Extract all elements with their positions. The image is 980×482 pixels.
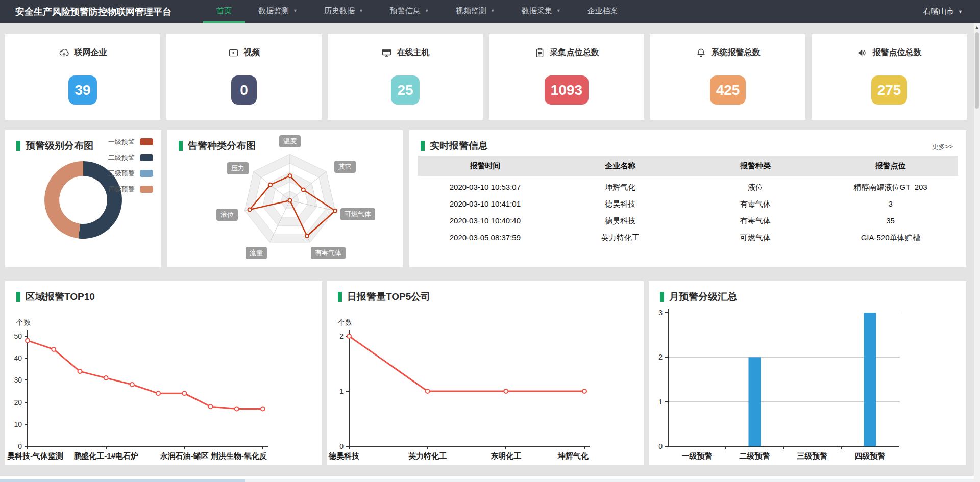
svg-text:个数: 个数 (16, 318, 31, 326)
legend-item-2[interactable]: 三级预警 (108, 169, 153, 178)
video-icon (228, 47, 239, 58)
warning-level-legend: 一级预警二级预警三级预警四级预警 (108, 137, 153, 194)
title-marker (179, 141, 183, 151)
bell-icon (696, 47, 706, 58)
legend-label: 一级预警 (108, 137, 135, 146)
legend-item-3[interactable]: 四级预警 (108, 185, 153, 194)
table-cell: GIA-520单体贮槽 (823, 229, 958, 246)
nav-item-alert-info[interactable]: 预警信息▼ (377, 0, 443, 23)
stat-label: 联网企业 (75, 47, 107, 58)
svg-text:鹏盛化工-1#电石炉: 鹏盛化工-1#电石炉 (73, 451, 138, 460)
legend-item-0[interactable]: 一级预警 (108, 137, 153, 146)
svg-text:三级预警: 三级预警 (797, 451, 828, 460)
region-selector[interactable]: 石嘴山市 ▼ (923, 0, 963, 23)
legend-item-1[interactable]: 二级预警 (108, 153, 153, 162)
alarm-type-title: 告警种类分布图 (179, 139, 256, 153)
stat-value-badge: 39 (68, 75, 96, 105)
stat-card-head: 联网企业 (5, 47, 160, 58)
cloud-upload-icon (59, 47, 69, 58)
more-link[interactable]: 更多>> (932, 142, 953, 151)
table-cell: 液位 (688, 179, 823, 195)
stat-card-head: 视频 (166, 47, 322, 58)
donut-slice-3[interactable] (44, 161, 83, 238)
radar-axis-label-5: 液位 (216, 209, 238, 221)
table-cell: 2020-03-10 10:40:40 (418, 212, 553, 229)
stat-value-badge: 275 (871, 75, 908, 105)
radar-axis-label-4: 流量 (246, 247, 267, 259)
stat-card-3: 采集点位总数1093 (489, 34, 644, 120)
svg-text:昊科技-气体监测: 昊科技-气体监测 (7, 451, 63, 461)
region-top10-title: 区域报警TOP10 (16, 290, 95, 303)
table-header-cell-3: 报警点位 (823, 156, 958, 176)
stat-card-1: 视频0 (166, 34, 322, 120)
vertical-scrollbar[interactable]: ▲ (974, 23, 980, 482)
radar-axis-label-3: 有毒气体 (311, 247, 346, 259)
realtime-alarm-title-text: 实时报警信息 (430, 139, 488, 153)
stat-label: 视频 (244, 47, 260, 58)
stat-label: 系统报警总数 (712, 47, 761, 58)
realtime-alarm-card: 实时报警信息 更多>> 报警时间企业名称报警种类报警点位 2020-03-10 … (409, 130, 966, 267)
nav-item-home[interactable]: 首页 (203, 0, 245, 23)
radar-axis-label-2: 可燃气体 (340, 208, 375, 220)
region-top10-line-chart: 01020304050个数昊科技-气体监测鹏盛化工-1#电石炉永润石油-罐区荆洪… (5, 281, 322, 465)
table-cell: 35 (823, 212, 958, 229)
legend-swatch (140, 154, 153, 161)
radar-axis-label-6: 压力 (227, 162, 249, 174)
svg-text:2: 2 (339, 332, 344, 340)
app-title: 安全生产风险预警防控物联网管理平台 (15, 0, 172, 23)
table-header-cell-0: 报警时间 (418, 156, 553, 176)
region-top10-card: 区域报警TOP10 01020304050个数昊科技-气体监测鹏盛化工-1#电石… (5, 281, 322, 465)
clipboard-icon (534, 47, 545, 58)
svg-text:荆洪生物-氧化反: 荆洪生物-氧化反 (210, 451, 267, 461)
daily-top5-title-text: 日报警量TOP5公司 (347, 290, 430, 303)
scroll-up-icon[interactable]: ▲ (975, 23, 979, 31)
table-cell: 有毒气体 (688, 195, 823, 212)
nav-item-enterprise-archive[interactable]: 企业档案 (574, 0, 631, 23)
radar-axis-label-1: 其它 (334, 161, 356, 173)
monitor-icon (381, 47, 392, 58)
warning-level-title: 预警级别分布图 (16, 139, 93, 153)
svg-text:一级预警: 一级预警 (682, 451, 713, 460)
bar-3[interactable] (864, 313, 876, 446)
table-cell: 德昊科技 (553, 195, 688, 212)
nav-item-data-collect[interactable]: 数据采集▼ (508, 0, 574, 23)
chevron-down-icon: ▼ (359, 8, 363, 13)
nav-item-data-monitor-label: 数据监测 (258, 6, 289, 16)
bar-1[interactable] (749, 357, 761, 446)
table-cell: 2020-03-10 10:41:01 (418, 195, 553, 212)
svg-text:坤辉气化: 坤辉气化 (557, 451, 589, 460)
table-cell: 2020-03-10 10:53:07 (418, 179, 553, 195)
table-header-row: 报警时间企业名称报警种类报警点位 (418, 156, 958, 176)
table-cell: 2020-03-05 08:37:59 (418, 229, 553, 246)
chevron-down-icon: ▼ (958, 9, 963, 14)
realtime-alarm-title: 实时报警信息 (421, 139, 488, 153)
table-cell: 精醇南罐液位GT_203 (823, 179, 958, 195)
svg-text:2: 2 (658, 353, 663, 361)
navbar: 安全生产风险预警防控物联网管理平台 首页数据监测▼历史数据▼预警信息▼视频监测▼… (0, 0, 980, 23)
title-marker (16, 141, 20, 151)
stat-card-head: 采集点位总数 (489, 47, 644, 58)
stat-label: 报警点位总数 (873, 47, 922, 58)
legend-swatch (140, 186, 153, 193)
legend-label: 二级预警 (108, 153, 135, 162)
monthly-summary-card: 月预警分级汇总 0123一级预警二级预警三级预警四级预警 (649, 281, 966, 465)
alarm-type-card: 告警种类分布图 温度其它可燃气体有毒气体流量液位压力 (167, 130, 403, 267)
nav-item-data-monitor[interactable]: 数据监测▼ (245, 0, 311, 23)
nav-menu: 首页数据监测▼历史数据▼预警信息▼视频监测▼数据采集▼企业档案 (203, 0, 631, 23)
radar-axis-label-0: 温度 (279, 135, 301, 147)
horizontal-scrollbar[interactable] (0, 479, 974, 482)
svg-text:英力特化工: 英力特化工 (408, 451, 447, 460)
monthly-summary-bar-chart: 0123一级预警二级预警三级预警四级预警 (649, 281, 966, 465)
alarm-type-title-text: 告警种类分布图 (188, 139, 256, 153)
svg-text:0: 0 (18, 442, 22, 450)
vertical-scrollbar-thumb[interactable] (975, 32, 979, 109)
region-label: 石嘴山市 (923, 7, 954, 16)
chevron-down-icon: ▼ (293, 8, 298, 13)
svg-text:0: 0 (658, 442, 663, 450)
nav-item-history-data[interactable]: 历史数据▼ (311, 0, 377, 23)
monthly-summary-title: 月预警分级汇总 (660, 290, 737, 303)
nav-item-history-data-label: 历史数据 (324, 6, 355, 16)
table-cell: 德昊科技 (553, 212, 688, 229)
horizontal-scrollbar-thumb[interactable] (0, 479, 245, 482)
nav-item-video-monitor[interactable]: 视频监测▼ (443, 0, 508, 23)
